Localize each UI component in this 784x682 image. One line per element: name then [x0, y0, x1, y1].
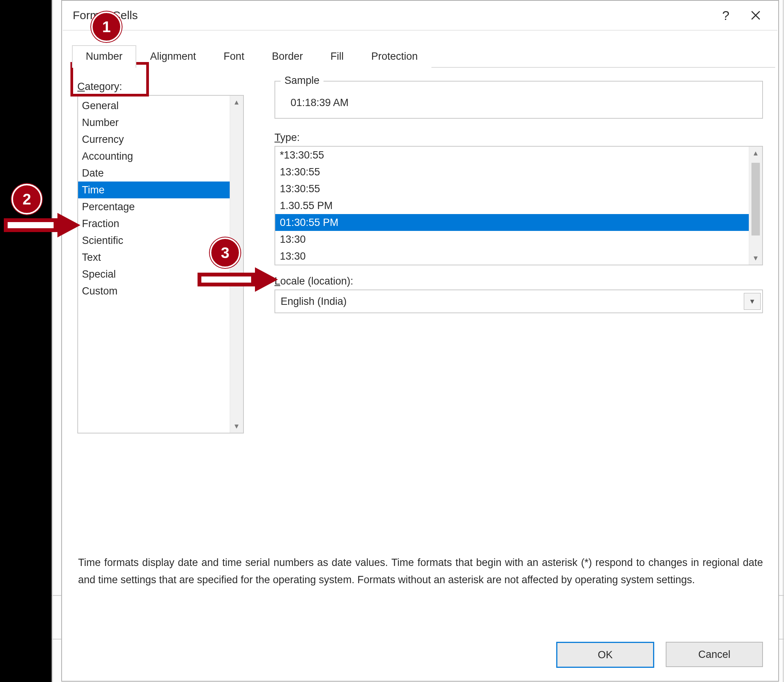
type-item[interactable]: *13:30:55 — [275, 147, 749, 164]
category-item-accounting[interactable]: Accounting — [78, 148, 230, 165]
tab-strip: Number Alignment Font Border Fill Protec… — [62, 44, 778, 67]
right-column: Sample 01:18:39 AM Type: *13:30:55 13:30… — [274, 81, 763, 433]
format-cells-dialog: Format Cells ? Number Alignment Font Bor… — [61, 0, 779, 682]
category-item-time[interactable]: Time — [78, 182, 230, 198]
svg-marker-5 — [255, 267, 278, 292]
scroll-up-icon[interactable]: ▲ — [230, 96, 243, 109]
category-item-fraction[interactable]: Fraction — [78, 215, 230, 232]
locale-label: Locale (location): — [274, 275, 763, 287]
category-item-text[interactable]: Text — [78, 249, 230, 266]
chevron-down-icon[interactable]: ▼ — [744, 293, 761, 310]
type-item[interactable]: 13:30:55 — [275, 164, 749, 180]
dialog-body: Category: General Number Currency Accoun… — [62, 68, 778, 433]
category-item-percentage[interactable]: Percentage — [78, 198, 230, 215]
sample-value: 01:18:39 AM — [291, 97, 349, 108]
tab-fill[interactable]: Fill — [317, 45, 358, 68]
type-item-selected[interactable]: 01:30:55 PM — [275, 214, 749, 231]
titlebar: Format Cells ? — [62, 1, 778, 30]
annotation-bubble-2: 2 — [11, 184, 42, 214]
scroll-down-icon[interactable]: ▼ — [749, 252, 762, 265]
scroll-up-icon[interactable]: ▲ — [749, 147, 762, 160]
type-item[interactable]: 13:30:55 — [275, 180, 749, 197]
sample-box: Sample 01:18:39 AM — [274, 81, 763, 119]
svg-marker-2 — [57, 213, 80, 237]
category-item-currency[interactable]: Currency — [78, 131, 230, 148]
locale-value: English (India) — [281, 296, 347, 307]
type-label: Type: — [274, 132, 763, 144]
locale-dropdown[interactable]: English (India) ▼ — [274, 289, 763, 313]
annotation-arrow-2 — [4, 213, 80, 237]
tab-number[interactable]: Number — [72, 45, 136, 68]
close-button[interactable] — [741, 4, 771, 27]
sample-label: Sample — [281, 75, 323, 87]
type-listbox[interactable]: *13:30:55 13:30:55 13:30:55 1.30.55 PM 0… — [274, 146, 763, 265]
tab-protection[interactable]: Protection — [358, 45, 432, 68]
svg-rect-4 — [201, 276, 251, 283]
category-item-date[interactable]: Date — [78, 165, 230, 182]
format-description: Time formats display date and time seria… — [78, 554, 763, 589]
cancel-button[interactable]: Cancel — [666, 642, 763, 667]
annotation-arrow-3 — [198, 267, 278, 292]
annotation-bubble-1: 1 — [91, 11, 122, 42]
help-button[interactable]: ? — [711, 4, 741, 27]
type-item[interactable]: 13:30 — [275, 231, 749, 248]
dialog-button-row: OK Cancel — [556, 642, 763, 668]
category-items: General Number Currency Accounting Date … — [78, 96, 230, 433]
ok-button[interactable]: OK — [556, 642, 654, 668]
category-item-number[interactable]: Number — [78, 114, 230, 131]
scroll-down-icon[interactable]: ▼ — [230, 420, 243, 433]
svg-rect-1 — [8, 222, 54, 228]
tab-font[interactable]: Font — [210, 45, 258, 68]
type-item[interactable]: 1.30.55 PM — [275, 197, 749, 214]
tab-border[interactable]: Border — [258, 45, 317, 68]
type-item[interactable]: 13:30 — [275, 248, 749, 265]
scrollbar-thumb[interactable] — [751, 163, 760, 236]
category-item-general[interactable]: General — [78, 97, 230, 114]
category-item-scientific[interactable]: Scientific — [78, 232, 230, 249]
type-scrollbar[interactable]: ▲ ▼ — [749, 147, 762, 265]
annotation-bubble-3: 3 — [210, 237, 240, 268]
